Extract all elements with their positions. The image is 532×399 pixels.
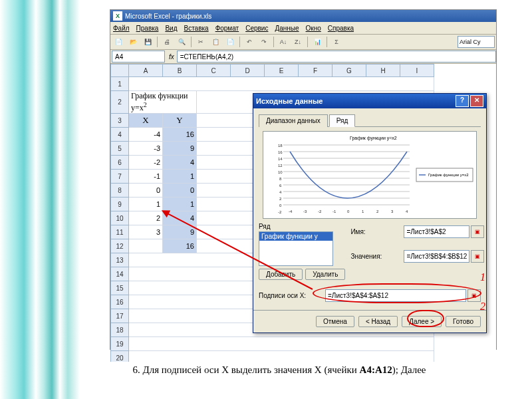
menu-data[interactable]: Данные (275, 25, 299, 32)
cell-x[interactable]: -3 (129, 142, 163, 156)
chart-icon[interactable]: 📊 (311, 35, 324, 49)
menu-window[interactable]: Окно (306, 25, 321, 32)
paste-icon[interactable]: 📄 (223, 35, 237, 49)
open-icon[interactable]: 📂 (126, 35, 140, 49)
cell-header-x[interactable]: X (129, 114, 163, 128)
cell-x[interactable] (129, 239, 163, 253)
cell-x[interactable]: -2 (129, 156, 163, 170)
close-button[interactable]: ✕ (470, 95, 483, 107)
sort-desc-icon[interactable]: Z↓ (291, 35, 305, 49)
menu-file[interactable]: Файл (113, 25, 130, 32)
row-header[interactable]: 12 (111, 239, 129, 253)
menu-insert[interactable]: Вставка (184, 25, 208, 32)
cell-x[interactable]: 3 (129, 225, 163, 239)
row-header[interactable]: 1 (111, 77, 129, 91)
menu-edit[interactable]: Правка (136, 25, 159, 32)
row-header[interactable]: 5 (111, 142, 129, 156)
row-header[interactable]: 15 (111, 281, 129, 295)
print-icon[interactable]: 🖨 (160, 35, 174, 49)
row-header[interactable]: 3 (111, 114, 129, 128)
row-header[interactable]: 16 (111, 295, 129, 309)
tab-data-range[interactable]: Диапазон данных (259, 114, 328, 127)
col-header[interactable]: F (299, 65, 332, 77)
formula-input[interactable]: =СТЕПЕНЬ(A4,2) (177, 51, 496, 63)
name-input[interactable]: =Лист3!$A$2 (404, 225, 469, 238)
new-icon[interactable]: 📄 (112, 35, 125, 49)
row-header[interactable]: 17 (111, 309, 129, 323)
svg-text:-1: -1 (332, 209, 336, 213)
col-header[interactable]: H (366, 65, 400, 77)
values-input[interactable]: =Лист3!$B$4:$B$12 (404, 250, 469, 263)
row-header[interactable]: 20 (111, 351, 129, 362)
redo-icon[interactable]: ↷ (257, 35, 271, 49)
sum-icon[interactable]: Σ (330, 35, 343, 49)
row-header[interactable]: 9 (111, 198, 129, 211)
dialog-titlebar[interactable]: Исходные данные ? ✕ (253, 94, 486, 108)
help-button[interactable]: ? (456, 95, 469, 107)
col-header[interactable]: D (231, 65, 265, 77)
ref-button-icon[interactable]: ▣ (471, 250, 484, 263)
cell-x[interactable]: 2 (129, 211, 163, 225)
cell-y[interactable]: 4 (163, 211, 197, 225)
cell-x[interactable]: -1 (129, 170, 163, 184)
back-button[interactable]: < Назад (358, 316, 398, 327)
ref-button-icon[interactable]: ▣ (471, 225, 484, 238)
row-header[interactable]: 19 (111, 337, 129, 351)
col-header[interactable]: I (400, 65, 434, 77)
row-header[interactable]: 14 (111, 267, 129, 281)
cell-y[interactable]: 16 (163, 239, 197, 253)
cell-x[interactable]: 1 (129, 198, 163, 211)
row-header[interactable]: 18 (111, 323, 129, 337)
finish-button[interactable]: Готово (446, 316, 481, 327)
row-header[interactable]: 13 (111, 253, 129, 267)
menu-tools[interactable]: Сервис (245, 25, 268, 32)
cancel-button[interactable]: Отмена (316, 316, 354, 327)
col-header[interactable]: A (129, 65, 163, 77)
name-box[interactable]: A4 (112, 51, 165, 63)
col-header[interactable]: C (197, 65, 231, 77)
dialog-footer: Отмена < Назад Далее > Готово (253, 310, 486, 332)
row-header[interactable]: 11 (111, 225, 129, 239)
row-header[interactable]: 8 (111, 184, 129, 198)
series-item[interactable]: График функции y (259, 232, 332, 241)
font-selector[interactable]: Arial Cy (458, 36, 495, 48)
cell-y[interactable]: 1 (163, 198, 197, 211)
delete-series-button[interactable]: Удалить (305, 269, 345, 280)
col-header[interactable]: G (332, 65, 366, 77)
dialog-tabs: Диапазон данных Ряд (259, 114, 481, 127)
cell-x[interactable]: 0 (129, 184, 163, 198)
menu-help[interactable]: Справка (328, 25, 354, 32)
cell-title[interactable]: График функции y=x2 (129, 91, 197, 114)
cell-y[interactable]: 9 (163, 142, 197, 156)
cell-y[interactable]: 1 (163, 170, 197, 184)
cell-x[interactable]: -4 (129, 128, 163, 142)
tab-series[interactable]: Ряд (329, 114, 356, 127)
row-header[interactable]: 4 (111, 128, 129, 142)
row-header[interactable]: 2 (111, 91, 129, 114)
fx-icon[interactable]: fx (169, 53, 174, 61)
add-series-button[interactable]: Добавить (259, 269, 303, 280)
row-header[interactable]: 6 (111, 156, 129, 170)
svg-text:1: 1 (362, 209, 364, 213)
menubar[interactable]: Файл Правка Вид Вставка Формат Сервис Да… (110, 22, 496, 35)
cell-y[interactable]: 16 (163, 128, 197, 142)
undo-icon[interactable]: ↶ (243, 35, 256, 49)
menu-view[interactable]: Вид (165, 25, 177, 32)
row-header[interactable]: 10 (111, 211, 129, 225)
cell-y[interactable]: 0 (163, 184, 197, 198)
row-header[interactable]: 7 (111, 170, 129, 184)
name-label: Имя: (350, 228, 404, 235)
copy-icon[interactable]: 📋 (209, 35, 222, 49)
cell-y[interactable]: 9 (163, 225, 197, 239)
cell-header-y[interactable]: Y (163, 114, 197, 128)
col-header[interactable]: E (265, 65, 299, 77)
select-all-corner[interactable] (111, 65, 129, 77)
save-icon[interactable]: 💾 (141, 35, 154, 49)
series-listbox[interactable]: График функции y (259, 231, 333, 266)
sort-asc-icon[interactable]: A↓ (277, 35, 290, 49)
cell-y[interactable]: 4 (163, 156, 197, 170)
cut-icon[interactable]: ✂ (194, 35, 207, 49)
preview-icon[interactable]: 🔍 (175, 35, 188, 49)
col-header[interactable]: B (163, 65, 197, 77)
menu-format[interactable]: Формат (215, 25, 239, 32)
